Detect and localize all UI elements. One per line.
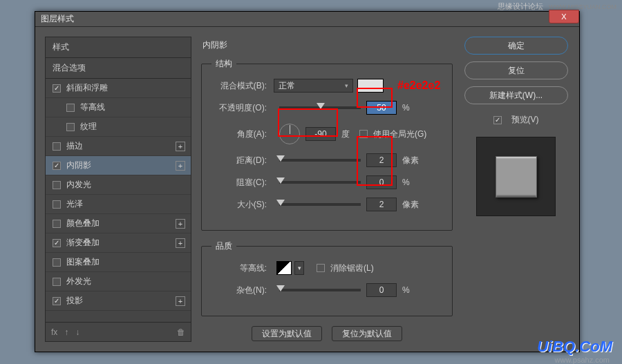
- opacity-input[interactable]: 50: [366, 101, 397, 115]
- dialog-title: 图层样式: [41, 13, 74, 25]
- contour-swatch[interactable]: [276, 261, 292, 275]
- fx-icon[interactable]: fx: [51, 327, 57, 337]
- opacity-unit: %: [402, 103, 410, 113]
- global-light-checkbox[interactable]: [359, 130, 368, 138]
- distance-input[interactable]: 2: [366, 153, 397, 167]
- sidebar-check-11[interactable]: [53, 297, 61, 305]
- sidebar-check-6[interactable]: [53, 200, 61, 209]
- choke-input[interactable]: 0: [366, 175, 397, 189]
- distance-label: 距离(D):: [211, 155, 267, 166]
- preview-checkbox[interactable]: [493, 116, 502, 124]
- sidebar-label-4: 内阴影: [66, 160, 91, 171]
- titlebar: 图层样式: [35, 12, 579, 27]
- sidebar-header: 样式: [46, 37, 191, 58]
- sidebar-check-8[interactable]: [53, 239, 61, 247]
- sidebar-plus-11[interactable]: +: [176, 296, 185, 306]
- reset-default-button[interactable]: 复位为默认值: [332, 326, 402, 341]
- sidebar-plus-3[interactable]: +: [176, 142, 185, 151]
- sidebar-item-5[interactable]: 内发光: [46, 175, 191, 195]
- sidebar-item-7[interactable]: 颜色叠加+: [46, 214, 191, 233]
- sidebar-label-9: 图案叠加: [66, 256, 100, 268]
- sidebar-item-6[interactable]: 光泽: [46, 195, 191, 214]
- ok-button[interactable]: 确定: [464, 37, 568, 55]
- sidebar-check-1[interactable]: [66, 104, 75, 112]
- make-default-button[interactable]: 设置为默认值: [252, 326, 322, 341]
- angle-dial[interactable]: [279, 124, 300, 144]
- choke-label: 阻塞(C):: [211, 177, 267, 189]
- quality-group: 品质 等高线: ▾ 消除锯齿(L) 杂色(N): 0 %: [201, 240, 453, 316]
- sidebar-check-7[interactable]: [53, 220, 61, 228]
- trash-icon[interactable]: 🗑: [177, 327, 185, 337]
- antialias-checkbox[interactable]: [317, 264, 325, 272]
- main-panel: 内阴影 结构 混合模式(B): 正常 ▾ #e2e2e2 不透明度(O): 50: [201, 37, 453, 342]
- sidebar-check-0[interactable]: [53, 84, 61, 93]
- sidebar-label-3: 描边: [66, 140, 83, 152]
- sidebar-plus-4[interactable]: +: [176, 161, 185, 171]
- preview-inner: [496, 156, 537, 198]
- sidebar-label-11: 投影: [66, 295, 83, 307]
- angle-label: 角度(A):: [211, 128, 267, 140]
- structure-legend: 结构: [211, 58, 236, 70]
- noise-slider[interactable]: [279, 289, 361, 291]
- sidebar-item-3[interactable]: 描边+: [46, 137, 191, 156]
- sidebar-item-9[interactable]: 图案叠加: [46, 253, 191, 272]
- sidebar-check-9[interactable]: [53, 258, 61, 267]
- new-style-button[interactable]: 新建样式(W)...: [464, 86, 568, 104]
- sidebar-label-6: 光泽: [66, 198, 83, 210]
- sidebar-plus-7[interactable]: +: [176, 219, 185, 229]
- preview-box: [476, 137, 556, 216]
- sidebar-item-2[interactable]: 纹理: [46, 117, 191, 137]
- sidebar-label-7: 颜色叠加: [66, 218, 100, 229]
- main-title: 内阴影: [201, 37, 453, 58]
- opacity-slider[interactable]: [279, 106, 361, 109]
- sidebar-item-1[interactable]: 等高线: [46, 98, 191, 117]
- right-column: 确定 复位 新建样式(W)... 预览(V): [462, 37, 569, 342]
- choke-slider[interactable]: [279, 181, 361, 184]
- arrow-down-icon[interactable]: ↓: [75, 327, 79, 337]
- sidebar-check-4[interactable]: [53, 162, 61, 170]
- arrow-up-icon[interactable]: ↑: [64, 327, 68, 337]
- noise-input[interactable]: 0: [366, 283, 397, 297]
- sidebar-label-10: 外发光: [66, 276, 91, 287]
- sidebar-label-5: 内发光: [66, 179, 91, 191]
- noise-unit: %: [402, 285, 410, 295]
- sidebar-label-8: 渐变叠加: [66, 237, 100, 249]
- credit-site: WWW.MISSYUAN.COM: [549, 3, 616, 10]
- sidebar-item-11[interactable]: 投影+: [46, 291, 191, 311]
- color-swatch[interactable]: [357, 79, 384, 93]
- angle-input[interactable]: -90: [305, 127, 336, 141]
- watermark-sub: www.psahz.com: [555, 356, 610, 364]
- styles-sidebar: 样式 混合选项 斜面和浮雕等高线纹理描边+内阴影+内发光光泽颜色叠加+渐变叠加+…: [45, 37, 191, 342]
- antialias-label: 消除锯齿(L): [330, 262, 374, 274]
- size-input[interactable]: 2: [366, 198, 397, 211]
- chevron-down-icon: ▾: [345, 82, 348, 89]
- sidebar-check-5[interactable]: [53, 181, 61, 189]
- sidebar-check-10[interactable]: [53, 278, 61, 286]
- angle-unit: 度: [341, 128, 350, 140]
- size-slider[interactable]: [279, 203, 361, 206]
- distance-slider[interactable]: [279, 159, 361, 162]
- sidebar-subheader[interactable]: 混合选项: [46, 58, 191, 79]
- sidebar-item-10[interactable]: 外发光: [46, 272, 191, 291]
- sidebar-list: 斜面和浮雕等高线纹理描边+内阴影+内发光光泽颜色叠加+渐变叠加+图案叠加外发光投…: [46, 79, 191, 322]
- close-button[interactable]: X: [549, 10, 579, 23]
- sidebar-check-2[interactable]: [66, 123, 75, 131]
- sidebar-check-3[interactable]: [53, 142, 61, 151]
- credit-text: 思缘设计论坛: [498, 1, 543, 12]
- blend-mode-select[interactable]: 正常 ▾: [274, 79, 353, 93]
- size-unit: 像素: [402, 199, 419, 211]
- reset-button[interactable]: 复位: [464, 61, 568, 79]
- contour-dropdown[interactable]: ▾: [294, 261, 304, 275]
- global-light-label: 使用全局光(G): [373, 128, 426, 140]
- sidebar-item-8[interactable]: 渐变叠加+: [46, 233, 191, 253]
- size-label: 大小(S):: [211, 199, 267, 211]
- opacity-label: 不透明度(O):: [211, 102, 267, 114]
- blend-mode-label: 混合模式(B):: [211, 80, 267, 92]
- quality-legend: 品质: [211, 240, 236, 252]
- choke-unit: %: [402, 178, 410, 187]
- sidebar-item-0[interactable]: 斜面和浮雕: [46, 79, 191, 98]
- watermark: UiBQ.CoM: [537, 338, 612, 356]
- sidebar-item-4[interactable]: 内阴影+: [46, 156, 191, 175]
- blend-mode-value: 正常: [279, 80, 295, 92]
- sidebar-plus-8[interactable]: +: [176, 238, 185, 248]
